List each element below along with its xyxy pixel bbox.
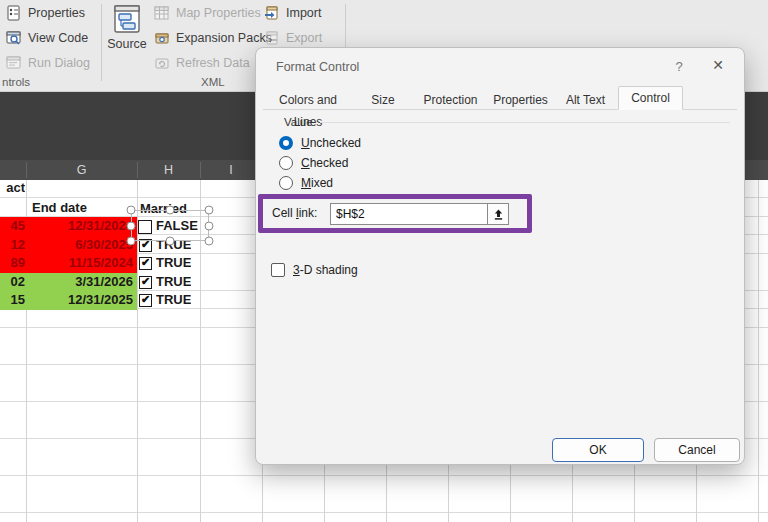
import-icon [264, 5, 280, 21]
cell-row-number[interactable]: 45 [0, 217, 25, 236]
radio-dot [279, 156, 293, 170]
selection-handle[interactable] [205, 221, 214, 230]
dialog-tabs: Colors and Lines Size Protection Propert… [263, 87, 683, 110]
cell-row-number[interactable]: 15 [0, 291, 25, 310]
cell-link-input[interactable] [331, 204, 487, 224]
radio-checked-label: Checked [301, 156, 348, 170]
source-icon [112, 4, 142, 34]
map-properties-button: Map Properties [154, 2, 261, 24]
cell-link-label: Cell link: [272, 206, 317, 220]
column-header-i[interactable]: I [200, 160, 262, 180]
3d-shading-label: 3-D shading [293, 263, 358, 277]
excel-window: Properties View Code Run Dialog ntrols S… [0, 0, 768, 522]
tab-properties[interactable]: Properties [488, 88, 553, 110]
cell-row-number[interactable]: 12 [0, 236, 25, 255]
cell-married-value[interactable]: TRUE [156, 291, 191, 310]
collapse-dialog-button[interactable] [487, 204, 508, 224]
cell-end-date[interactable]: 11/15/2024 [30, 254, 133, 273]
dialog-title: Format Control [276, 60, 359, 74]
cell-row-number[interactable]: 02 [0, 273, 25, 292]
cell-partial-text[interactable]: act [0, 179, 25, 198]
selection-handle[interactable] [127, 237, 136, 246]
properties-button[interactable]: Properties [6, 2, 85, 24]
value-group-label: Value [284, 116, 313, 128]
selection-handle[interactable] [205, 237, 214, 246]
ok-button[interactable]: OK [552, 438, 644, 462]
cell-end-date[interactable]: 12/31/2025 [30, 291, 133, 310]
cancel-button[interactable]: Cancel [654, 438, 740, 462]
run-dialog-button: Run Dialog [6, 52, 90, 74]
selection-handle[interactable] [166, 237, 175, 246]
run-dialog-label: Run Dialog [28, 56, 90, 70]
form-checkbox-checked[interactable]: ✔ [139, 257, 152, 270]
map-properties-label: Map Properties [176, 6, 261, 20]
selection-handle[interactable] [127, 206, 136, 215]
3d-shading-checkbox[interactable] [271, 263, 285, 277]
expansion-packs-icon [154, 30, 170, 46]
selection-handle[interactable] [166, 206, 175, 215]
cell-married-value[interactable]: TRUE [156, 254, 191, 273]
source-button[interactable]: Source [104, 2, 150, 68]
tab-protection[interactable]: Protection [413, 88, 488, 110]
export-label: Export [286, 31, 322, 45]
radio-dot-selected [279, 136, 293, 150]
cell-end-date-header[interactable]: End date [32, 199, 87, 218]
export-button: Export [264, 27, 322, 49]
source-label: Source [107, 37, 147, 51]
map-properties-icon [154, 5, 170, 21]
radio-unchecked[interactable]: Unchecked [279, 135, 361, 151]
column-header-h[interactable]: H [137, 160, 200, 180]
value-group-line [320, 122, 730, 123]
radio-dot [279, 176, 293, 190]
radio-mixed[interactable]: Mixed [279, 175, 333, 191]
properties-icon [6, 5, 22, 21]
expansion-packs-label: Expansion Packs [176, 31, 272, 45]
form-checkbox-checked[interactable]: ✔ [139, 294, 152, 307]
cell-link-field [330, 203, 509, 225]
cell-end-date[interactable]: 12/31/2024 [30, 217, 133, 236]
radio-checked[interactable]: Checked [279, 155, 348, 171]
refresh-data-button: Refresh Data [154, 52, 250, 74]
view-code-icon [6, 30, 22, 46]
ribbon-group-divider [101, 4, 102, 81]
format-control-dialog: Format Control ? ✕ Colors and Lines Size… [255, 47, 745, 465]
import-button[interactable]: Import [264, 2, 321, 24]
view-code-label: View Code [28, 31, 88, 45]
selection-handle[interactable] [127, 221, 136, 230]
refresh-data-label: Refresh Data [176, 56, 250, 70]
view-code-button[interactable]: View Code [6, 27, 88, 49]
form-checkbox-checked[interactable]: ✔ [139, 276, 152, 289]
xml-group-label: XML [201, 76, 225, 88]
cell-end-date[interactable]: 3/31/2026 [30, 273, 133, 292]
refresh-data-icon [154, 55, 170, 71]
export-icon [264, 30, 280, 46]
controls-group-label: ntrols [2, 76, 30, 88]
properties-label: Properties [28, 6, 85, 20]
help-icon[interactable]: ? [670, 59, 688, 74]
selection-handle[interactable] [205, 206, 214, 215]
tab-control[interactable]: Control [618, 86, 683, 110]
close-icon[interactable]: ✕ [708, 57, 728, 73]
tab-colors-and-lines[interactable]: Colors and Lines [263, 88, 353, 110]
cell-married-value[interactable]: TRUE [156, 273, 191, 292]
3d-shading-row[interactable]: 3-D shading [271, 263, 358, 277]
cell-row-number[interactable]: 89 [0, 254, 25, 273]
column-header-g[interactable]: G [26, 160, 137, 180]
run-dialog-icon [6, 55, 22, 71]
cell-end-date[interactable]: 6/30/2025 [30, 236, 133, 255]
tab-size[interactable]: Size [353, 88, 413, 110]
collapse-dialog-icon [493, 209, 504, 220]
tab-alt-text[interactable]: Alt Text [553, 88, 618, 110]
expansion-packs-button[interactable]: Expansion Packs [154, 27, 272, 49]
import-label: Import [286, 6, 321, 20]
radio-unchecked-label: Unchecked [301, 136, 361, 150]
radio-mixed-label: Mixed [301, 176, 333, 190]
